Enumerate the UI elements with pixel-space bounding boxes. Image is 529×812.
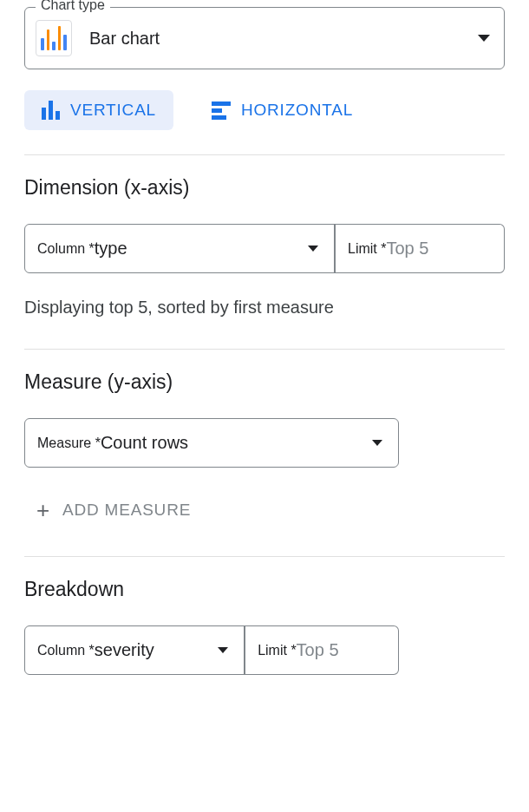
measure-select[interactable]: Measure * Count rows — [24, 418, 399, 468]
plus-icon: + — [36, 499, 50, 521]
chart-type-select[interactable]: Chart type Bar chart — [24, 7, 505, 69]
add-measure-label: ADD MEASURE — [62, 501, 191, 520]
vertical-toggle[interactable]: VERTICAL — [24, 90, 173, 130]
breakdown-limit-input[interactable]: Limit * Top 5 — [244, 625, 399, 675]
measure-title: Measure (y-axis) — [24, 370, 505, 394]
measure-legend: Measure * — [37, 435, 101, 451]
vertical-bars-icon — [42, 101, 60, 120]
chevron-down-icon — [218, 647, 228, 653]
horizontal-label: HORIZONTAL — [241, 101, 353, 120]
dimension-column-value: type — [95, 239, 308, 259]
chart-type-legend: Chart type — [36, 0, 110, 13]
dimension-row: Column * type Limit * Top 5 — [24, 224, 505, 273]
chevron-down-icon — [478, 35, 490, 42]
chevron-down-icon — [372, 440, 382, 446]
breakdown-row: Column * severity Limit * Top 5 — [24, 625, 399, 675]
horizontal-bars-icon — [212, 102, 231, 120]
breakdown-column-value: severity — [95, 640, 218, 660]
dimension-column-legend: Column * — [37, 241, 95, 257]
dimension-limit-value: Top 5 — [386, 239, 428, 259]
chevron-down-icon — [308, 246, 318, 252]
orientation-toggle: VERTICAL HORIZONTAL — [24, 90, 505, 130]
breakdown-limit-legend: Limit * — [258, 643, 296, 658]
measure-value: Count rows — [101, 433, 372, 453]
chart-type-value: Bar chart — [89, 29, 478, 49]
breakdown-title: Breakdown — [24, 578, 505, 601]
dimension-column-select[interactable]: Column * type — [24, 224, 335, 273]
dimension-title: Dimension (x-axis) — [24, 176, 505, 200]
vertical-label: VERTICAL — [70, 101, 156, 120]
divider — [24, 154, 505, 155]
horizontal-toggle[interactable]: HORIZONTAL — [194, 90, 370, 130]
add-measure-button[interactable]: + ADD MEASURE — [36, 492, 191, 528]
divider — [24, 556, 505, 557]
dimension-limit-legend: Limit * — [348, 241, 386, 257]
divider — [24, 349, 505, 350]
breakdown-column-legend: Column * — [37, 643, 95, 658]
dimension-info: Displaying top 5, sorted by first measur… — [24, 298, 505, 318]
breakdown-column-select[interactable]: Column * severity — [24, 625, 245, 675]
bar-chart-icon — [36, 20, 72, 56]
dimension-limit-input[interactable]: Limit * Top 5 — [334, 224, 505, 273]
breakdown-limit-value: Top 5 — [297, 640, 339, 660]
